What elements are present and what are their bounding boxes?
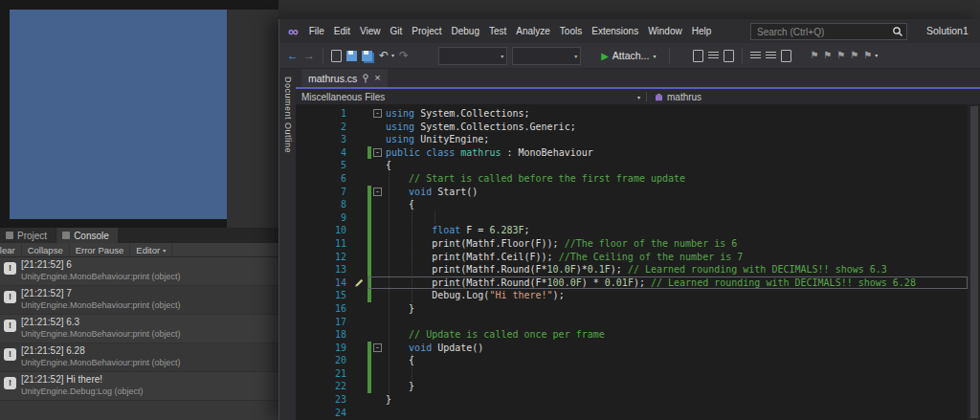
properties-window-icon[interactable]	[724, 50, 734, 62]
tab-mathrus-cs[interactable]: mathrus.cs ×	[301, 69, 388, 87]
code-text[interactable]: using System.Collections;	[386, 107, 968, 121]
menu-help[interactable]: Help	[687, 19, 717, 43]
toggle-bookmark-icon[interactable]: ⚑	[810, 51, 818, 60]
collapse-region-icon[interactable]: -	[373, 148, 382, 157]
collapse-button[interactable]: Collapse	[22, 243, 70, 256]
collapse-region-icon[interactable]: -	[373, 343, 382, 352]
code-line-18[interactable]: 18 // Update is called once per frame	[296, 328, 968, 342]
menu-git[interactable]: Git	[386, 19, 408, 43]
code-text[interactable]	[386, 367, 968, 381]
new-file-icon[interactable]	[331, 50, 342, 62]
collapse-region-icon[interactable]: -	[373, 188, 382, 196]
code-line-2[interactable]: 2using System.Collections.Generic;	[296, 121, 968, 134]
scrollbar-thumb[interactable]	[970, 106, 978, 418]
log-entry[interactable]: ![21:21:52] 6UnityEngine.MonoBehaviour:p…	[0, 257, 278, 286]
code-line-20[interactable]: 20 {	[296, 354, 968, 367]
code-text[interactable]: // Start is called before the first fram…	[386, 172, 968, 186]
previous-bookmark-in-folder-icon[interactable]: ⚑	[850, 51, 858, 60]
indent-icon[interactable]	[750, 52, 761, 60]
log-entry[interactable]: ![21:21:52] 6.3UnityEngine.MonoBehaviour…	[0, 315, 278, 343]
navigate-forward-icon[interactable]: →	[303, 50, 315, 61]
code-line-17[interactable]: 17	[296, 316, 968, 329]
code-line-21[interactable]: 21	[296, 367, 968, 381]
redo-icon[interactable]: ↷	[399, 50, 409, 61]
code-line-22[interactable]: 22 }	[296, 380, 968, 393]
code-line-6[interactable]: 6 // Start is called before the first fr…	[296, 172, 968, 186]
code-line-3[interactable]: 3using UnityEngine;	[296, 133, 968, 146]
code-text[interactable]: // Update is called once per frame	[386, 328, 968, 342]
log-entry[interactable]: ![21:21:52] 7UnityEngine.MonoBehaviour:p…	[0, 286, 278, 315]
code-text[interactable]: }	[386, 302, 968, 316]
code-text[interactable]: print(Mathf.Round(F*100.0F) * 0.01F); //…	[386, 276, 968, 290]
code-text[interactable]: using System.Collections.Generic;	[386, 121, 968, 134]
solution-platforms-dropdown[interactable]: ▾	[512, 47, 581, 65]
code-text[interactable]: {	[386, 198, 968, 211]
toolbar-options-icon[interactable]: ▾	[875, 53, 878, 58]
tab-project[interactable]: Project	[0, 228, 56, 243]
code-line-12[interactable]: 12 print(Mathf.Ceil(F)); //The Ceiling o…	[296, 251, 968, 264]
code-text[interactable]: void Start()	[386, 186, 968, 199]
code-line-23[interactable]: 23}	[296, 393, 968, 407]
code-text[interactable]: print(Mathf.Round(F*10.0F)*0.1F); // Lea…	[386, 263, 968, 276]
vertical-scrollbar[interactable]	[968, 104, 980, 420]
undo-dropdown-icon[interactable]: ▾	[391, 53, 394, 58]
next-bookmark-in-folder-icon[interactable]: ⚑	[863, 51, 872, 60]
code-line-14[interactable]: 14 print(Mathf.Round(F*100.0F) * 0.01F);…	[296, 276, 968, 290]
code-line-8[interactable]: 8 {	[296, 198, 968, 211]
code-text[interactable]: Debug.Log("Hi there!");	[386, 289, 968, 302]
code-text[interactable]: print(Mathf.Ceil(F)); //The Ceiling of t…	[386, 251, 968, 264]
code-line-5[interactable]: 5{	[296, 159, 968, 172]
log-entry[interactable]: ![21:21:52] Hi there!UnityEngine.Debug:L…	[0, 372, 278, 401]
outdent-icon[interactable]	[766, 52, 776, 60]
previous-bookmark-icon[interactable]: ⚑	[823, 51, 832, 60]
code-text[interactable]: float F = 6.283F;	[386, 224, 968, 237]
search-box[interactable]: Search (Ctrl+Q)	[750, 23, 907, 40]
document-outline-tab[interactable]: Document Outline	[279, 69, 297, 420]
search-icon[interactable]	[889, 25, 906, 38]
code-line-24[interactable]: 24	[296, 407, 968, 420]
menu-project[interactable]: Project	[407, 19, 446, 43]
pin-icon[interactable]	[362, 70, 369, 87]
code-line-15[interactable]: 15 Debug.Log("Hi there!");	[296, 289, 968, 302]
comment-icon[interactable]	[781, 50, 791, 62]
menu-file[interactable]: File	[304, 19, 329, 43]
code-editor[interactable]: 1-using System.Collections;2using System…	[296, 104, 980, 420]
project-dropdown[interactable]: Miscellaneous Files ▾	[296, 89, 646, 104]
code-text[interactable]: print(Mathf.Floor(F)); //The floor of th…	[386, 237, 968, 251]
menu-window[interactable]: Window	[643, 19, 687, 43]
next-bookmark-icon[interactable]: ⚑	[836, 51, 845, 60]
solution-configurations-dropdown[interactable]: ▾	[438, 47, 507, 65]
code-line-13[interactable]: 13 print(Mathf.Round(F*10.0F)*0.1F); // …	[296, 263, 968, 276]
tab-console[interactable]: Console	[56, 228, 118, 243]
save-icon[interactable]	[346, 51, 357, 61]
clear-button[interactable]: Clear	[0, 243, 22, 256]
code-line-16[interactable]: 16 }	[296, 302, 968, 316]
menu-extensions[interactable]: Extensions	[587, 19, 643, 43]
code-text[interactable]	[386, 211, 968, 225]
code-text[interactable]: void Update()	[386, 342, 968, 355]
menu-edit[interactable]: Edit	[329, 19, 355, 43]
sync-document-icon[interactable]	[693, 50, 703, 62]
collapse-region-icon[interactable]: -	[373, 109, 382, 118]
member-dropdown[interactable]: mathrus	[647, 89, 702, 104]
close-tab-icon[interactable]: ×	[374, 73, 380, 83]
save-all-icon[interactable]	[362, 51, 372, 61]
error-pause-button[interactable]: Error Pause	[70, 243, 131, 256]
log-entry[interactable]: ![21:21:52] 6.28UnityEngine.MonoBehaviou…	[0, 343, 278, 372]
code-text[interactable]: }	[386, 380, 968, 393]
menu-tools[interactable]: Tools	[555, 19, 587, 43]
undo-icon[interactable]: ↶	[379, 50, 389, 61]
code-text[interactable]: {	[386, 354, 968, 367]
menu-debug[interactable]: Debug	[446, 19, 483, 43]
code-line-11[interactable]: 11 print(Mathf.Floor(F)); //The floor of…	[296, 237, 968, 251]
code-line-10[interactable]: 10 float F = 6.283F;	[296, 224, 968, 237]
menu-view[interactable]: View	[355, 19, 386, 43]
navigate-back-icon[interactable]: ←	[287, 50, 299, 61]
editor-button[interactable]: Editor▾	[130, 243, 172, 256]
attach-button[interactable]: ▶ Attach... ▾	[595, 46, 661, 65]
code-text[interactable]: public class mathrus : MonoBehaviour	[386, 146, 968, 160]
menu-analyze[interactable]: Analyze	[511, 19, 555, 43]
code-text[interactable]	[386, 316, 968, 329]
code-text[interactable]: using UnityEngine;	[386, 133, 968, 146]
code-line-1[interactable]: 1-using System.Collections;	[296, 107, 968, 121]
